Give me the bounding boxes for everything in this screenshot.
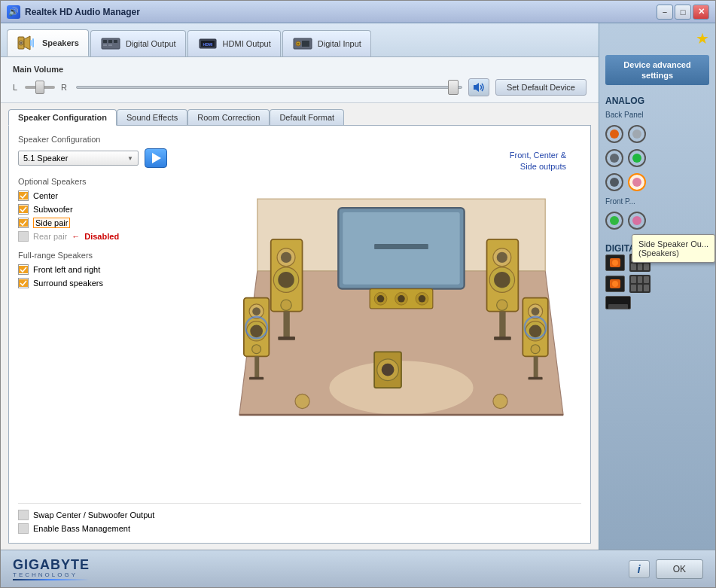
checkbox-rearpair[interactable] [18,231,29,242]
svg-point-54 [529,324,542,337]
titlebar: 🔊 Realtek HD Audio Manager − □ ✕ [1,1,715,23]
maximize-button[interactable]: □ [675,5,691,20]
main-content: Speakers Digital Output [1,23,715,550]
jack-pink-2[interactable] [628,212,646,230]
label-surround: Surround speakers [33,279,103,288]
checkbox-surround[interactable] [18,278,29,288]
svg-point-30 [278,272,294,288]
app-window: 🔊 Realtek HD Audio Manager − □ ✕ [0,0,716,588]
inner-tab-speaker-config[interactable]: Speaker Configuration [8,109,117,126]
close-button[interactable]: ✕ [693,5,709,20]
back-panel-label: Back Panel [605,111,709,119]
speaker-config-row: 5.1 Speaker ▼ [18,148,214,168]
volume-row: L R [13,78,587,96]
inner-tab-room-correction-label: Room Correction [197,113,260,122]
svg-point-63 [377,295,385,303]
optical-jack-2[interactable] [605,276,625,292]
jack-darkgray-1[interactable] [605,149,623,167]
tab-speakers[interactable]: Speakers [7,29,89,56]
jack-green-1[interactable] [628,149,646,167]
main-volume-label: Main Volume [13,65,587,74]
inner-tab-default-format[interactable]: Default Format [270,109,344,126]
dropdown-arrow-icon: ▼ [127,155,133,162]
right-panel: ★ Device advanced settings ANALOG Back P… [599,23,715,550]
titlebar-buttons: − □ ✕ [657,5,709,20]
hdmi-port-icon[interactable] [605,296,631,309]
viz-label-line2: Side outputs [520,162,566,171]
svg-point-38 [494,272,510,288]
svg-point-28 [281,252,291,263]
jack-pink-1[interactable] [628,173,646,191]
optional-speakers-section: Optional Speakers Center [18,177,214,242]
info-button[interactable]: i [629,560,650,578]
svg-point-52 [532,307,540,315]
jack-green-2[interactable] [605,212,623,230]
checkbox-sidepair[interactable] [18,218,29,228]
checkbox-swap[interactable] [18,510,29,520]
jack-row-1 [605,125,709,143]
brand-sub: TECHNOLOGY [13,571,90,578]
svg-point-46 [250,324,263,337]
minimize-button[interactable]: − [657,5,673,20]
inner-tab-room-correction[interactable]: Room Correction [187,109,270,126]
svg-point-36 [497,252,507,263]
svg-rect-49 [249,377,264,380]
checkbox-subwoofer[interactable] [18,204,29,215]
inner-tabs-area: Speaker Configuration Sound Effects Room… [1,103,599,550]
inner-tab-sound-effects[interactable]: Sound Effects [117,109,187,126]
ok-button[interactable]: OK [656,559,703,579]
svg-point-47 [252,345,261,354]
grid-jack-2[interactable] [629,275,650,293]
svg-point-69 [493,394,507,408]
svg-rect-4 [30,40,32,46]
brand-name: GIGABYTE [13,558,90,571]
device-advanced-button[interactable]: Device advanced settings [605,55,709,85]
play-triangle-icon [152,153,161,163]
mute-button[interactable] [468,78,489,96]
play-button[interactable] [145,148,167,168]
svg-rect-56 [534,356,538,379]
window-title: Realtek HD Audio Manager [25,7,657,17]
optional-speakers-title: Optional Speakers [18,177,214,186]
checkbox-row-sidepair: Side pair [18,218,214,228]
tooltip-box: Side Speaker Ou... (Speakers) [632,234,715,263]
app-icon: 🔊 [7,5,20,19]
checkbox-row-swap: Swap Center / Subwoofer Output [18,510,581,520]
tab-hdmi-output-label: HDMI Output [223,39,271,48]
label-center: Center [33,191,58,200]
main-tab-bar: Speakers Digital Output [1,23,599,57]
jack-row-3 [605,173,709,191]
tab-digital-input[interactable]: Digital Input [282,30,371,56]
device-advanced-link: Device advanced settings [623,60,690,80]
checkbox-row-subwoofer: Subwoofer [18,204,214,215]
bottom-right: i OK [629,559,703,579]
svg-rect-9 [108,40,112,43]
label-bass: Enable Bass Management [33,524,130,533]
svg-rect-41 [494,337,511,340]
jack-orange-1[interactable] [605,125,623,143]
tab-hdmi-output[interactable]: HDMI HDMI Output [187,30,281,56]
bottom-bar: GIGABYTE TECHNOLOGY i OK [1,550,715,587]
jack-darkgray-2[interactable] [605,173,623,191]
analog-header: ANALOG [605,96,709,106]
optical-jack-1[interactable] [605,254,625,271]
volume-l-label: L [13,83,19,92]
svg-rect-11 [114,40,117,43]
speaker-config-dropdown[interactable]: 5.1 Speaker ▼ [18,151,139,166]
svg-rect-18 [302,41,309,47]
digital-output-tab-icon [100,35,121,52]
checkbox-frontlr[interactable] [18,264,29,275]
label-subwoofer: Subwoofer [33,205,73,214]
set-default-button[interactable]: Set Default Device [495,79,587,96]
tooltip-line1: Side Speaker Ou... [638,239,708,248]
checkbox-bass[interactable] [18,523,29,534]
checkbox-center[interactable] [18,190,29,201]
inner-tab-bar: Speaker Configuration Sound Effects Room… [8,109,591,126]
volume-main-slider[interactable] [76,86,462,89]
speaker-config-label: Speaker Configuration [18,135,214,144]
jack-gray-1[interactable] [628,125,646,143]
volume-balance-slider[interactable] [25,86,55,89]
tab-digital-output[interactable]: Digital Output [90,30,186,56]
checkbox-row-bass: Enable Bass Management [18,523,581,534]
label-rearpair: Rear pair [33,232,67,241]
